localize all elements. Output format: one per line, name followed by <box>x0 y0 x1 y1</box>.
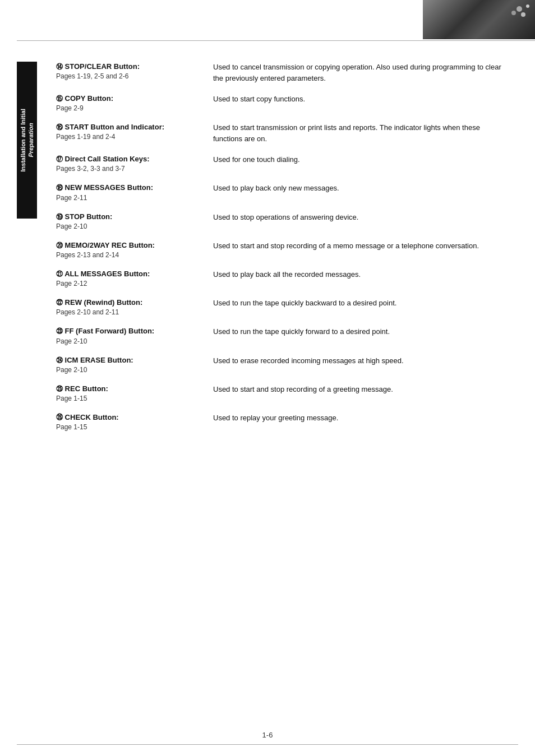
entry-description: Used to replay your greeting message. <box>213 412 501 424</box>
entry-title: ㉓ FF (Fast Forward) Button: <box>56 326 202 336</box>
entry-pages: Page 1-15 <box>56 395 202 402</box>
entry-left: ㉒ REW (Rewind) Button: Pages 2-10 and 2-… <box>56 298 213 316</box>
sidebar-tab: Installation and InitialPreparation <box>17 62 37 219</box>
entry-num: ⑲ <box>56 213 63 221</box>
entry-title: ⑰ Direct Call Station Keys: <box>56 154 202 164</box>
entry-description: Used to play back only new messages. <box>213 183 501 194</box>
entry-left: ㉖ CHECK Button: Page 1-15 <box>56 412 213 431</box>
table-row: ⑯ START Button and Indicator: Pages 1-19… <box>56 122 501 144</box>
sidebar-label: Installation and InitialPreparation <box>19 109 35 171</box>
entry-title: ⑲ STOP Button: <box>56 212 202 222</box>
entry-description: Used to run the tape quickly forward to … <box>213 326 501 337</box>
page-number: 1-6 <box>262 731 273 739</box>
entry-title: ㉖ CHECK Button: <box>56 412 202 423</box>
entry-left: ㉕ REC Button: Page 1-15 <box>56 384 213 402</box>
entry-description: Used to start and stop recording of a me… <box>213 240 501 252</box>
entry-num: ⑰ <box>56 155 63 163</box>
entry-title: ⑯ START Button and Indicator: <box>56 122 202 132</box>
entry-description: Used to start transmission or print list… <box>213 122 501 144</box>
entry-pages: Pages 2-10 and 2-11 <box>56 308 202 316</box>
entry-num: ⑯ <box>56 123 63 131</box>
entry-left: ⑳ MEMO/2WAY REC Button: Pages 2-13 and 2… <box>56 240 213 259</box>
table-row: ⑰ Direct Call Station Keys: Pages 3-2, 3… <box>56 154 501 173</box>
entry-left: ⑱ NEW MESSAGES Button: Page 2-11 <box>56 183 213 201</box>
entry-title: ⑳ MEMO/2WAY REC Button: <box>56 240 202 251</box>
entry-left: ㉑ ALL MESSAGES Button: Page 2-12 <box>56 269 213 287</box>
entry-num: ㉒ <box>56 299 63 307</box>
entry-num: ⑱ <box>56 184 63 192</box>
table-row: ㉒ REW (Rewind) Button: Pages 2-10 and 2-… <box>56 298 501 316</box>
table-row: ㉔ ICM ERASE Button: Page 2-10 Used to er… <box>56 355 501 374</box>
top-image <box>423 0 535 39</box>
entry-description: Used to start and stop recording of a gr… <box>213 384 501 395</box>
table-row: ⑳ MEMO/2WAY REC Button: Pages 2-13 and 2… <box>56 240 501 259</box>
entry-title: ㉔ ICM ERASE Button: <box>56 355 202 365</box>
table-row: ⑮ COPY Button: Page 2-9 Used to start co… <box>56 94 501 112</box>
entry-description: Used for one touch dialing. <box>213 154 501 165</box>
entry-description: Used to start copy functions. <box>213 94 501 105</box>
entry-description: Used to stop operations of answering dev… <box>213 212 501 223</box>
entry-description: Used to erase recorded incoming messages… <box>213 355 501 367</box>
entry-left: ㉓ FF (Fast Forward) Button: Page 2-10 <box>56 326 213 345</box>
entry-pages: Page 2-12 <box>56 280 202 287</box>
entry-num: ㉓ <box>56 327 63 335</box>
table-row: ㉖ CHECK Button: Page 1-15 Used to replay… <box>56 412 501 431</box>
entry-pages: Pages 1-19, 2-5 and 2-6 <box>56 72 202 80</box>
entry-pages: Page 2-11 <box>56 194 202 202</box>
entry-pages: Page 2-10 <box>56 222 202 230</box>
entry-num: ⑮ <box>56 95 63 103</box>
entry-pages: Page 1-15 <box>56 423 202 431</box>
table-row: ⑱ NEW MESSAGES Button: Page 2-11 Used to… <box>56 183 501 201</box>
entry-pages: Page 2-9 <box>56 104 202 112</box>
entry-num: ㉔ <box>56 356 63 364</box>
table-row: ㉑ ALL MESSAGES Button: Page 2-12 Used to… <box>56 269 501 287</box>
entry-pages: Pages 3-2, 3-3 and 3-7 <box>56 165 202 173</box>
entry-title: ⑱ NEW MESSAGES Button: <box>56 183 202 193</box>
entry-title: ㉒ REW (Rewind) Button: <box>56 298 202 308</box>
entry-num: ⑳ <box>56 242 63 249</box>
entry-num: ㉑ <box>56 270 63 278</box>
entry-title: ⑭ STOP/CLEAR Button: <box>56 62 202 72</box>
entry-description: Used to cancel transmission or copying o… <box>213 62 501 84</box>
entry-left: ⑯ START Button and Indicator: Pages 1-19… <box>56 122 213 141</box>
top-divider <box>17 40 535 41</box>
entry-left: ⑮ COPY Button: Page 2-9 <box>56 94 213 112</box>
table-row: ⑭ STOP/CLEAR Button: Pages 1-19, 2-5 and… <box>56 62 501 84</box>
main-content: ⑭ STOP/CLEAR Button: Pages 1-19, 2-5 and… <box>56 62 501 486</box>
entry-description: Used to play back all the recorded messa… <box>213 269 501 280</box>
entry-left: ⑲ STOP Button: Page 2-10 <box>56 212 213 230</box>
entry-pages: Page 2-10 <box>56 337 202 345</box>
entry-title: ㉕ REC Button: <box>56 384 202 394</box>
entry-left: ⑰ Direct Call Station Keys: Pages 3-2, 3… <box>56 154 213 173</box>
bottom-divider <box>17 744 518 745</box>
table-row: ⑲ STOP Button: Page 2-10 Used to stop op… <box>56 212 501 230</box>
entry-pages: Pages 2-13 and 2-14 <box>56 251 202 259</box>
entry-description: Used to run the tape quickly backward to… <box>213 298 501 309</box>
entry-left: ㉔ ICM ERASE Button: Page 2-10 <box>56 355 213 374</box>
entry-pages: Pages 1-19 and 2-4 <box>56 133 202 141</box>
entry-pages: Page 2-10 <box>56 366 202 374</box>
entry-title: ⑮ COPY Button: <box>56 94 202 104</box>
entry-num: ㉕ <box>56 385 63 393</box>
entry-num: ⑭ <box>56 63 63 71</box>
entry-num: ㉖ <box>56 414 63 421</box>
table-row: ㉕ REC Button: Page 1-15 Used to start an… <box>56 384 501 402</box>
entry-left: ⑭ STOP/CLEAR Button: Pages 1-19, 2-5 and… <box>56 62 213 80</box>
entry-title: ㉑ ALL MESSAGES Button: <box>56 269 202 279</box>
table-row: ㉓ FF (Fast Forward) Button: Page 2-10 Us… <box>56 326 501 345</box>
